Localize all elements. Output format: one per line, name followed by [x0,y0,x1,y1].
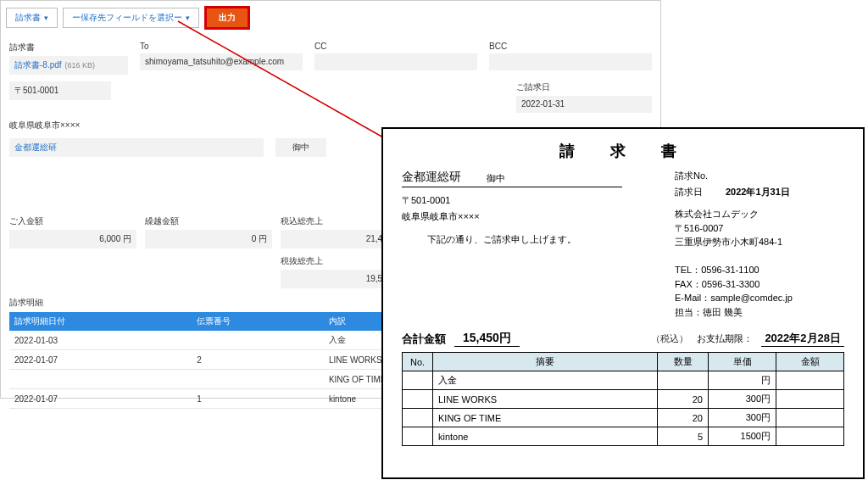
invoice-preview: 請 求 書 金都運総研 御中 〒501-0001 岐阜県岐阜市×××× 下記の通… [381,127,865,479]
inv-caddr: 三重県伊勢市小木町484-1 [675,235,844,249]
to-label: To [140,42,303,51]
rep-l: 担当： [675,307,703,317]
total-val: 15,450円 [454,331,520,347]
inv-memo: 下記の通り、ご請求申し上げます。 [427,233,675,246]
ith-no: No. [403,353,433,371]
savefield-select-label: ー保存先フィールドを選択ー [72,12,182,24]
inv-no-label: 請求No. [675,170,726,182]
ith-qty: 数量 [658,353,709,371]
template-select[interactable]: 請求書▾ [6,8,58,28]
output-button[interactable]: 出力 [204,6,250,30]
tax-note: （税込） [651,332,688,345]
address-text: 岐阜県岐阜市×××× [9,120,80,130]
bcc-field[interactable] [489,53,652,70]
inv-client: 金都運総研 [402,170,461,185]
to-field[interactable]: shimoyama_tatsuhito@example.com [140,53,303,70]
due-label: お支払期限： [697,332,753,345]
invoice-date-field[interactable]: 2022-01-31 [516,96,652,113]
table-row: 入金円 [403,371,844,390]
ith-amt: 金額 [776,353,844,371]
inv-postal: 〒501-0001 [402,194,675,207]
tel: 0596-31-1100 [701,265,760,275]
invoice-table: No. 摘要 数量 単価 金額 入金円LINE WORKS20300円KING … [402,352,844,446]
mail: sample@comdec.jp [710,293,793,303]
invoice-title: 請 求 書 [402,141,844,161]
invoice-date-label: ご請求日 [516,81,652,93]
template-select-label: 請求書 [15,12,41,24]
table-row: kintone51500円 [403,427,844,446]
output-button-label: 出力 [219,12,236,24]
chevron-down-icon: ▾ [44,14,48,22]
fax: 0596-31-3300 [702,279,760,289]
client-field[interactable]: 金都運総研 [9,138,264,157]
deposit-label: ご入金額 [9,215,136,227]
table-row: KING OF TIME20300円 [403,409,844,427]
th-slip: 伝票番号 [192,312,324,331]
total-label: 合計金額 [402,332,446,347]
carryover-label: 繰越金額 [145,215,272,227]
chevron-down-icon: ▾ [186,14,190,22]
inv-date-label: 請求日 [675,186,726,198]
cc-label: CC [314,42,477,51]
inv-honor: 御中 [487,172,505,185]
file-size: (616 KB) [65,61,96,70]
table-row: LINE WORKS20300円 [403,390,844,409]
cc-field[interactable] [314,53,477,70]
inv-cpostal: 〒516-0007 [675,221,844,236]
savefield-select[interactable]: ー保存先フィールドを選択ー▾ [63,8,199,28]
inv-date-val: 2022年1月31日 [726,186,844,198]
invoice-file[interactable]: 請求書-8.pdf(616 KB) [9,56,128,75]
honor-field[interactable]: 御中 [275,138,326,157]
inv-company: 株式会社コムデック [675,207,844,221]
deposit-val: 6,000 円 [9,230,136,248]
ith-unit: 単価 [709,353,776,371]
invoice-label: 請求書 [9,42,128,53]
carryover-val: 0 円 [145,230,272,248]
bcc-label: BCC [489,42,652,51]
postal-field[interactable]: 〒501-0001 [9,81,111,100]
rep: 徳田 幾美 [703,307,743,317]
file-name: 請求書-8.pdf [14,60,62,70]
mail-l: E-Mail： [675,293,710,303]
toolbar: 請求書▾ ー保存先フィールドを選択ー▾ 出力 [1,1,660,35]
tel-l: TEL： [675,265,701,275]
inv-address: 岐阜県岐阜市×××× [402,210,675,223]
th-date: 請求明細日付 [9,312,192,331]
fax-l: FAX： [675,279,702,289]
due-val: 2022年2月28日 [761,331,844,347]
ith-desc: 摘要 [433,353,658,371]
